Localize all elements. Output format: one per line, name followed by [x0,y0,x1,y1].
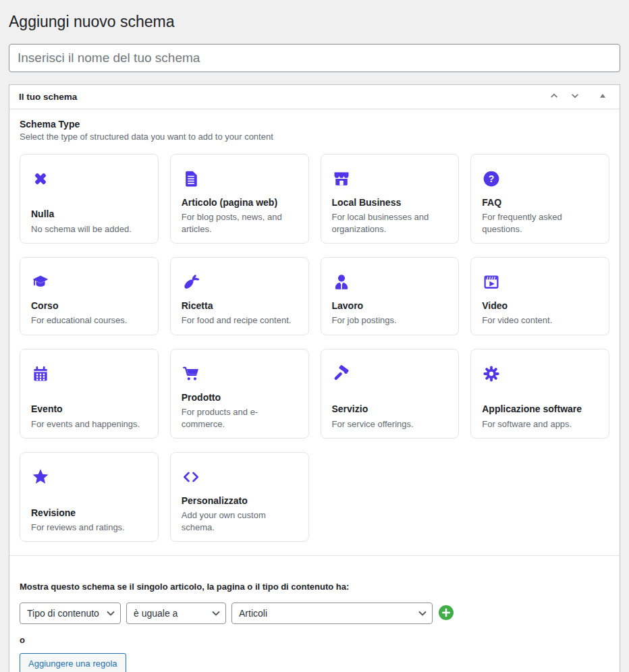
triangle-up-icon [599,92,607,102]
card-title: Local Business [332,196,448,208]
rule-operator-select[interactable]: è uguale a [126,603,226,624]
rule-value-select[interactable]: Articoli [231,603,433,624]
code-icon [182,468,200,486]
card-title: Articolo (pagina web) [182,196,298,208]
schema-type-subheading: Select the type of structured data you w… [20,132,609,142]
card-description: Add your own custom schema. [182,509,298,533]
card-description: For blog posts, news, and articles. [182,211,298,235]
graduation-cap-icon [31,273,50,291]
schema-type-grid: Nulla No schema will be added. Articolo … [20,154,609,542]
rule-subject-select[interactable]: Tipo di contenuto [20,603,121,624]
star-icon [31,468,50,486]
card-servizio[interactable]: Servizio For service offerings. [321,349,460,439]
card-description: For educational courses. [31,314,147,327]
card-title: Personalizzato [182,495,298,507]
your-schema-metabox: Il tuo schema [9,84,620,672]
add-rule-button[interactable]: Aggiungere una regola [20,653,126,672]
card-title: Applicazione software [482,403,598,415]
or-label: o [20,635,609,645]
chevron-up-icon [549,91,559,103]
card-revisione[interactable]: Revisione For reviews and ratings. [20,452,159,542]
card-evento[interactable]: Evento For events and happenings. [20,349,159,439]
xmark-icon [31,169,50,188]
card-description: For products and e-commerce. [182,406,298,430]
question-circle-icon: ? [482,169,501,188]
move-up-button[interactable] [547,89,562,104]
card-title: Video [482,300,598,312]
card-description: For frequently asked questions. [482,211,598,235]
metabox-body: Schema Type Select the type of structure… [9,109,620,672]
cart-icon [182,364,200,383]
card-lavoro[interactable]: Lavoro For job postings. [321,257,460,335]
card-corso[interactable]: Corso For educational courses. [20,257,159,335]
gear-icon [482,364,501,383]
card-title: Servizio [332,403,448,415]
card-title: Prodotto [182,391,298,403]
plus-circle-icon [438,605,454,623]
add-condition-button[interactable] [438,605,454,621]
card-prodotto[interactable]: Prodotto For products and e-commerce. [170,349,309,439]
video-icon [482,273,501,291]
chevron-down-icon [570,91,580,103]
card-nulla[interactable]: Nulla No schema will be added. [20,154,159,244]
metabox-controls [547,89,610,104]
card-faq[interactable]: ? FAQ For frequently asked questions. [470,154,609,244]
card-description: No schema will be added. [31,223,147,235]
add-schema-page: Aggiungi nuovo schema Il tuo schema [0,0,629,672]
store-icon [332,169,351,188]
card-title: Revisione [31,507,147,519]
section-divider [9,555,620,556]
card-title: Lavoro [332,300,448,312]
article-document-icon [182,169,200,188]
display-rule-row: Tipo di contenuto è uguale a [20,603,609,624]
carrot-icon [182,273,200,291]
card-description: For software and apps. [482,418,598,430]
rule-operator-select-wrap: è uguale a [126,603,226,624]
card-description: For local businesses and organizations. [332,211,448,235]
card-title: Corso [31,300,147,312]
card-title: Nulla [31,208,147,220]
svg-text:?: ? [489,173,495,184]
card-ricetta[interactable]: Ricetta For food and recipe content. [170,257,309,335]
card-title: Evento [31,403,147,415]
rule-subject-select-wrap: Tipo di contenuto [20,603,121,624]
calendar-icon [31,364,50,383]
display-rules-heading: Mostra questo schema se il singolo artic… [20,582,609,592]
card-description: For job postings. [332,314,448,327]
schema-type-heading: Schema Type [20,119,609,130]
card-personalizzato[interactable]: Personalizzato Add your own custom schem… [170,452,309,542]
card-local-business[interactable]: Local Business For local businesses and … [321,154,460,244]
person-icon [332,273,351,291]
metabox-header[interactable]: Il tuo schema [9,85,620,109]
hammer-icon [332,364,351,383]
card-applicazione-software[interactable]: Applicazione software For software and a… [470,349,609,439]
card-title: Ricetta [182,300,298,312]
page-title: Aggiungi nuovo schema [9,12,620,32]
card-description: For food and recipe content. [182,314,298,327]
card-title: FAQ [482,196,598,208]
card-description: For service offerings. [332,418,448,430]
metabox-title: Il tuo schema [19,92,77,102]
toggle-panel-button[interactable] [595,89,610,104]
card-description: For reviews and ratings. [31,522,147,534]
schema-name-input[interactable] [9,44,620,72]
rule-value-select-wrap: Articoli [231,603,433,624]
move-down-button[interactable] [568,89,582,104]
card-video[interactable]: Video For video content. [470,257,609,335]
card-description: For events and happenings. [31,418,147,430]
card-description: For video content. [482,314,598,327]
card-articolo[interactable]: Articolo (pagina web) For blog posts, ne… [170,154,309,244]
